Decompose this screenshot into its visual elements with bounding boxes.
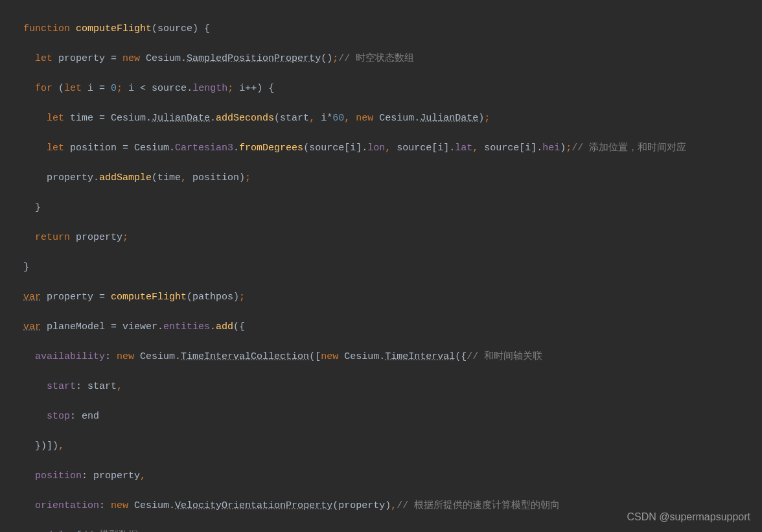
code-line: model: {// 模型数据: [12, 528, 762, 532]
code-line: for (let i = 0; i < source.length; i++) …: [12, 81, 762, 96]
code-line: var property = computeFlight(pathpos);: [12, 290, 762, 305]
code-line: start: start,: [12, 379, 762, 394]
code-line: var planeModel = viewer.entities.add({: [12, 319, 762, 334]
code-line: stop: end: [12, 409, 762, 424]
code-line: let time = Cesium.JulianDate.addSeconds(…: [12, 111, 762, 126]
code-line: availability: new Cesium.TimeIntervalCol…: [12, 349, 762, 364]
code-line: function computeFlight(source) {: [12, 21, 762, 36]
code-line: }: [12, 200, 762, 215]
code-editor[interactable]: function computeFlight(source) { let pro…: [0, 6, 762, 532]
code-line: position: property,: [12, 468, 762, 483]
code-line: let position = Cesium.Cartesian3.fromDeg…: [12, 141, 762, 156]
code-line: property.addSample(time, position);: [12, 170, 762, 185]
code-line: }: [12, 260, 762, 275]
code-line: })]),: [12, 439, 762, 454]
code-line: return property;: [12, 230, 762, 245]
code-line: let property = new Cesium.SampledPositio…: [12, 51, 762, 66]
watermark: CSDN @supermapsupport: [627, 509, 750, 524]
